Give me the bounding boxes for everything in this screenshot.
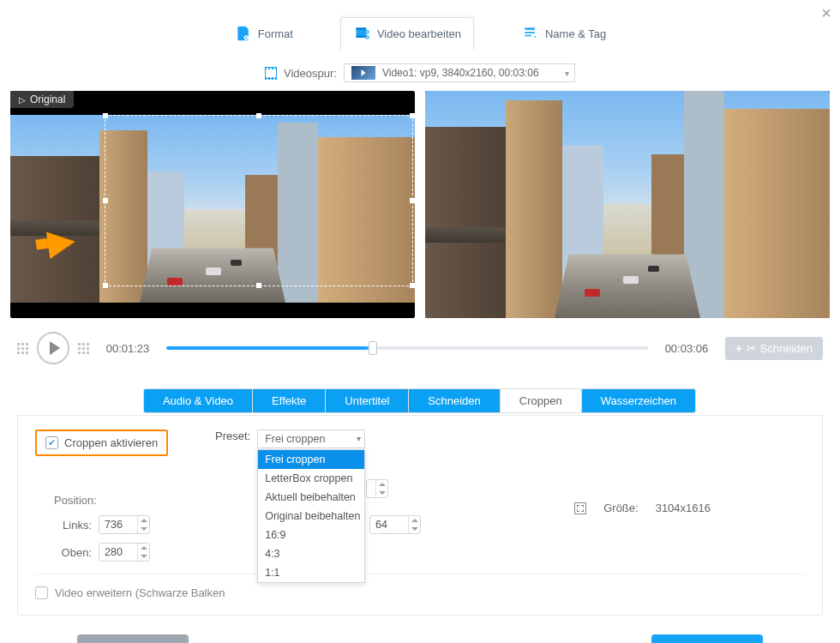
tab-nametag-label: Name & Tag (545, 27, 606, 40)
document-gear-icon (234, 25, 253, 42)
film-icon (265, 67, 277, 79)
edit-icon (521, 25, 540, 42)
subtab-watermark[interactable]: Wasserzeichen (581, 388, 696, 413)
size-value: 3104x1616 (656, 502, 711, 514)
left-spinner[interactable]: 736 (99, 515, 150, 534)
top-spinner[interactable]: 280 (99, 543, 150, 562)
size-block: Größe: 3104x1616 (574, 502, 711, 514)
playback-bar: 00:01:23 00:03:06 +✂Schneiden (0, 318, 840, 373)
preset-option[interactable]: 16:9 (258, 526, 364, 544)
svg-rect-4 (356, 36, 366, 39)
seek-thumb[interactable] (369, 341, 377, 355)
video-preview-row: ▷Original Vorschau🔍 (0, 91, 840, 318)
preset-option[interactable]: Frei croppen (258, 450, 364, 469)
track-thumbnail (351, 66, 375, 80)
close-icon[interactable]: × (821, 3, 831, 23)
time-current: 00:01:23 (98, 342, 158, 355)
extra-spinner[interactable]: 64 (369, 515, 421, 534)
tab-name-tag[interactable]: Name & Tag (508, 17, 619, 50)
video-frame-preview (425, 91, 830, 318)
size-icon (574, 502, 586, 514)
track-value: Video1: vp9, 3840x2160, 00:03:06 (382, 67, 539, 79)
size-label: Größe: (603, 502, 638, 514)
svg-point-1 (245, 37, 247, 39)
expand-checkbox[interactable] (35, 586, 48, 599)
done-button[interactable]: Fertig (651, 634, 763, 643)
crop-activate-label: Croppen aktivieren (64, 436, 158, 449)
cut-button[interactable]: +✂Schneiden (725, 337, 823, 360)
crop-activate-highlight: ✔ Croppen aktivieren (35, 430, 168, 456)
tab-edit-video[interactable]: Video bearbeiten (340, 17, 474, 50)
video-track-row: Videospur: Video1: vp9, 3840x2160, 00:03… (0, 63, 840, 82)
subtab-audio-video[interactable]: Audio & Video (143, 388, 253, 413)
video-track-select[interactable]: Video1: vp9, 3840x2160, 00:03:06 ▾ (344, 63, 575, 82)
play-button[interactable] (37, 332, 69, 364)
top-label: Oben: (54, 546, 92, 559)
preset-option[interactable]: Original beibehalten (258, 507, 364, 526)
subtab-effects[interactable]: Effekte (252, 388, 326, 413)
hidden-spinner[interactable] (366, 479, 388, 498)
crop-panel: ✔ Croppen aktivieren Preset: Frei croppe… (17, 415, 823, 616)
subtab-subtitles[interactable]: Untertitel (325, 388, 409, 413)
original-video-panel[interactable]: ▷Original (10, 91, 415, 318)
svg-point-6 (366, 31, 369, 33)
arrow-hint-icon (46, 228, 77, 259)
original-label: ▷Original (10, 91, 74, 108)
scissors-icon: ✂ (747, 342, 756, 355)
cancel-button[interactable]: Abbrechen (77, 634, 189, 643)
preset-label: Preset: (215, 430, 250, 442)
grip-icon[interactable] (78, 343, 89, 354)
crop-rectangle[interactable] (105, 115, 413, 286)
preset-dropdown[interactable]: Frei croppen▾ Frei croppen LetterBox cro… (257, 430, 365, 448)
sub-tabs: Audio & Video Effekte Untertitel Schneid… (0, 388, 840, 413)
svg-rect-3 (356, 27, 366, 30)
preset-option[interactable]: LetterBox croppen (258, 469, 364, 488)
left-label: Links: (54, 519, 92, 532)
film-scissors-icon (353, 25, 372, 42)
preset-option[interactable]: 4:3 (258, 544, 364, 563)
time-total: 00:03:06 (657, 342, 717, 355)
subtab-cut[interactable]: Schneiden (408, 388, 500, 413)
tab-edit-label: Video bearbeiten (377, 27, 461, 40)
video-track-label: Videospur: (284, 67, 337, 80)
expand-row: Video erweitern (Schwarze Balken (35, 574, 805, 599)
preset-dropdown-list: Frei croppen LetterBox croppen Aktuell b… (257, 449, 365, 583)
subtab-crop[interactable]: Croppen (500, 388, 582, 413)
preset-option[interactable]: 1:1 (258, 563, 364, 582)
tab-format[interactable]: Format (221, 17, 306, 50)
top-tabs: Format Video bearbeiten Name & Tag (0, 0, 840, 58)
preset-option[interactable]: Aktuell beibehalten (258, 488, 364, 507)
bottom-buttons: Abbrechen Fertig (0, 628, 840, 643)
crop-activate-checkbox[interactable]: ✔ (45, 436, 58, 449)
chevron-down-icon: ▾ (565, 69, 569, 78)
seek-slider[interactable] (166, 346, 648, 350)
preview-video-panel[interactable]: Vorschau🔍 (425, 91, 830, 318)
preset-row: Preset: Frei croppen▾ Frei croppen Lette… (215, 430, 365, 448)
chevron-down-icon: ▾ (357, 434, 361, 443)
svg-point-5 (366, 36, 369, 39)
expand-label: Video erweitern (Schwarze Balken (55, 586, 225, 599)
tab-format-label: Format (258, 27, 293, 40)
grip-icon[interactable] (17, 343, 28, 354)
